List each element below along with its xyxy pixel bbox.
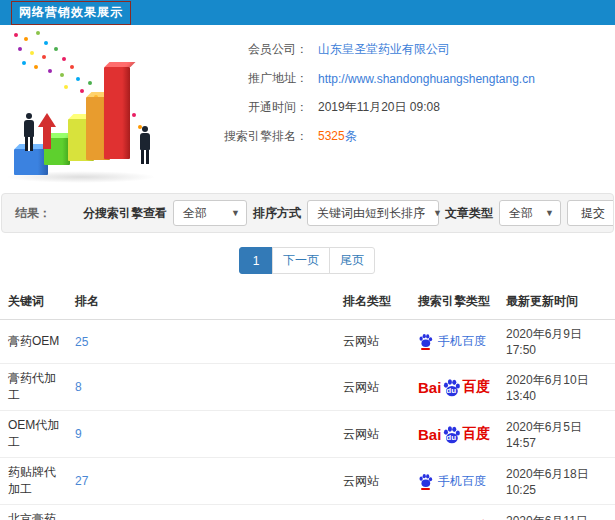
mobile-baidu-badge: 手机百度 xyxy=(418,473,498,490)
rank-type-cell: 云网站 xyxy=(335,458,410,505)
rank-type-cell: 云网站 xyxy=(335,364,410,411)
baidu-paw-icon: du xyxy=(442,425,461,444)
promo-url-row: 推广地址： http://www.shandonghuangshengtang.… xyxy=(188,64,615,93)
keyword-cell: 膏药OEM xyxy=(0,320,67,364)
rank-link[interactable]: 25 xyxy=(75,335,88,349)
type-filter-value: 全部 xyxy=(509,205,533,222)
baidu-paw-icon xyxy=(418,473,433,490)
col-engine-type: 搜索引擎类型 xyxy=(410,284,498,320)
chevron-down-icon: ▼ xyxy=(231,208,240,218)
promo-url-label: 推广地址： xyxy=(188,70,308,87)
promo-url-link[interactable]: http://www.shandonghuangshengtang.cn xyxy=(318,72,535,86)
rank-link[interactable]: 27 xyxy=(75,474,88,488)
page-title: 网络营销效果展示 xyxy=(19,5,123,19)
table-row: OEM代加工 9 云网站 Bai du 百度 202 xyxy=(0,411,615,458)
mobile-baidu-badge: 手机百度 xyxy=(418,333,498,350)
growth-arrow-icon xyxy=(38,113,56,127)
mobile-baidu-label: 手机百度 xyxy=(438,473,486,490)
businessman-figure-right xyxy=(138,126,152,164)
baidu-logo-bai: Bai xyxy=(418,379,441,396)
member-company-link[interactable]: 山东皇圣堂药业有限公司 xyxy=(318,41,450,58)
member-company-label: 会员公司： xyxy=(188,41,308,58)
bar-chart-illustration xyxy=(0,25,188,191)
rank-link[interactable]: 8 xyxy=(75,380,82,394)
filter-group: 分搜索引擎查看 全部 ▼ 排序方式 关键词由短到长排序 ▼ 文章类型 全部 ▼ … xyxy=(83,200,613,226)
baidu-logo: Bai du 百度 xyxy=(418,378,498,397)
ranking-count-unit: 条 xyxy=(345,129,357,143)
baidu-logo-du: du xyxy=(446,433,456,442)
engine-filter-select[interactable]: 全部 ▼ xyxy=(173,200,247,226)
table-row: 膏药OEM 25 云网站 手机百度 2020年6月9日 17:50 xyxy=(0,320,615,364)
ranking-count-row: 搜索引擎排名： 5325条 xyxy=(188,122,615,151)
chevron-down-icon: ▼ xyxy=(545,208,554,218)
title-annotation-box: 网络营销效果展示 xyxy=(11,1,131,25)
updated-cell: 2020年6月5日 14:57 xyxy=(498,411,615,458)
updated-cell: 2020年6月18日 10:25 xyxy=(498,458,615,505)
chevron-down-icon: ▼ xyxy=(433,208,442,218)
businessman-figure-left xyxy=(22,113,36,151)
mobile-baidu-label: 手机百度 xyxy=(438,333,486,350)
info-section: 会员公司： 山东皇圣堂药业有限公司 推广地址： http://www.shand… xyxy=(0,25,615,191)
chart-bar-red xyxy=(104,67,130,159)
table-row: 膏药代加工 8 云网站 Bai du 百度 2020 xyxy=(0,364,615,411)
updated-cell: 2020年6月11日 11:18 xyxy=(498,505,615,520)
baidu-paw-icon xyxy=(418,333,433,350)
chart-bar-blue xyxy=(14,149,48,175)
baidu-logo: Bai du 百度 xyxy=(418,425,498,444)
updated-cell: 2020年6月10日 13:40 xyxy=(498,364,615,411)
table-row: 药贴牌代加工 27 云网站 手机百度 2020年6月18日 10:25 xyxy=(0,458,615,505)
rank-type-cell: 云网站 xyxy=(335,320,410,364)
type-filter-select[interactable]: 全部 ▼ xyxy=(499,200,561,226)
last-page-button[interactable]: 尾页 xyxy=(329,247,375,274)
table-header-row: 关键词 排名 排名类型 搜索引擎类型 最新更新时间 xyxy=(0,284,615,320)
ranking-count-label: 搜索引擎排名： xyxy=(188,128,308,145)
sort-filter-value: 关键词由短到长排序 xyxy=(317,205,425,222)
baidu-logo-bai: Bai xyxy=(418,426,441,443)
col-rank-type: 排名类型 xyxy=(335,284,410,320)
col-updated: 最新更新时间 xyxy=(498,284,615,320)
filter-bar: 结果： 分搜索引擎查看 全部 ▼ 排序方式 关键词由短到长排序 ▼ 文章类型 全… xyxy=(1,193,614,233)
updated-cell: 2020年6月9日 17:50 xyxy=(498,320,615,364)
pagination: 1 下一页 尾页 xyxy=(0,247,615,274)
keyword-cell: 膏药代加工 xyxy=(0,364,67,411)
info-fields: 会员公司： 山东皇圣堂药业有限公司 推广地址： http://www.shand… xyxy=(188,25,615,191)
submit-button[interactable]: 提交 xyxy=(567,200,614,226)
sort-filter-select[interactable]: 关键词由短到长排序 ▼ xyxy=(307,200,439,226)
ranking-count-number: 5325 xyxy=(318,129,345,143)
type-filter-label: 文章类型 xyxy=(445,205,493,222)
sort-filter-label: 排序方式 xyxy=(253,205,301,222)
rank-type-cell: 云网站 xyxy=(335,505,410,520)
col-keyword: 关键词 xyxy=(0,284,67,320)
results-table: 关键词 排名 排名类型 搜索引擎类型 最新更新时间 膏药OEM 25 云网站 xyxy=(0,284,615,520)
engine-filter-value: 全部 xyxy=(183,205,207,222)
open-time-label: 开通时间： xyxy=(188,99,308,116)
next-page-button[interactable]: 下一页 xyxy=(272,247,330,274)
table-row: 北京膏药贴牌 1 云网站 Bai du 百度 202 xyxy=(0,505,615,520)
col-rank: 排名 xyxy=(67,284,335,320)
result-label: 结果： xyxy=(15,205,51,222)
baidu-logo-du: du xyxy=(446,386,456,395)
rank-type-cell: 云网站 xyxy=(335,411,410,458)
open-time-value: 2019年11月20日 09:08 xyxy=(318,99,440,116)
baidu-paw-icon: du xyxy=(442,378,461,397)
keyword-cell: 北京膏药贴牌 xyxy=(0,505,67,520)
page-1-button[interactable]: 1 xyxy=(239,247,273,274)
marketing-report-page: 网络营销效果展示 会员公司： 山东皇圣堂药业有限公司 xyxy=(0,0,615,520)
keyword-cell: OEM代加工 xyxy=(0,411,67,458)
member-company-row: 会员公司： 山东皇圣堂药业有限公司 xyxy=(188,35,615,64)
header-bar: 网络营销效果展示 xyxy=(0,0,615,25)
baidu-logo-cn: 百度 xyxy=(462,378,490,396)
confetti-dots xyxy=(14,33,18,37)
open-time-row: 开通时间： 2019年11月20日 09:08 xyxy=(188,93,615,122)
ranking-count-value: 5325条 xyxy=(318,128,357,145)
rank-link[interactable]: 9 xyxy=(75,427,82,441)
baidu-logo-cn: 百度 xyxy=(462,425,490,443)
engine-filter-label: 分搜索引擎查看 xyxy=(83,205,167,222)
keyword-cell: 药贴牌代加工 xyxy=(0,458,67,505)
